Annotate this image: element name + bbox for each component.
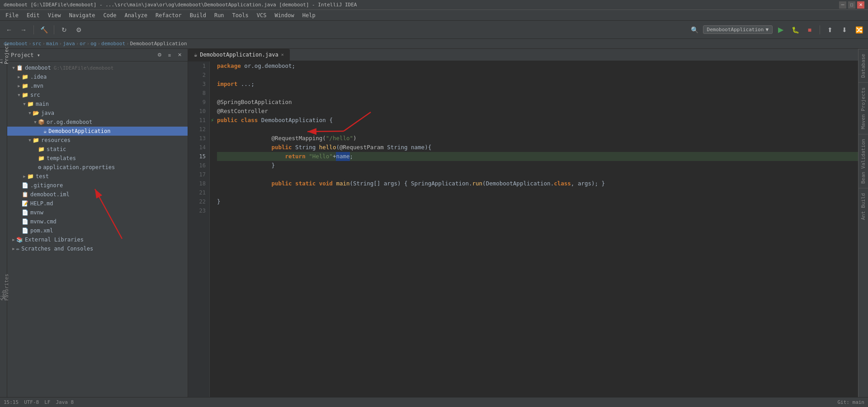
editor-content[interactable]: 1 2 3 8 9 10 11 12 13 14 15 16 17 18 21 … [188, 62, 858, 407]
label-gitignore: .gitignore [30, 182, 63, 189]
panel-gear[interactable]: ⚙ [155, 51, 164, 60]
breadcrumb-or[interactable]: or [80, 41, 85, 47]
stop-button[interactable]: ■ [803, 24, 816, 36]
toolbar-build[interactable]: 🔨 [38, 24, 50, 36]
vertical-right-panel: Database Maven Projects Bean Validation … [858, 49, 868, 407]
toolbar-back[interactable]: ← [3, 24, 15, 36]
title-text: demoboot [G:\IDEAFile\demoboot] - ...\sr… [4, 2, 357, 8]
side-icons: 1: Project 2: Favorites Web [0, 49, 7, 407]
tree-item-scratches[interactable]: ▶ ✏ Scratches and Consoles [7, 244, 188, 253]
tree-item-demoboot[interactable]: ▼ 📋 demoboot G:\IDEAFile\demoboot [7, 63, 188, 72]
vtab-bean[interactable]: Bean Validation [859, 134, 868, 188]
menu-refactor[interactable]: Refactor [152, 11, 185, 19]
vtab-database[interactable]: Database [859, 49, 868, 82]
code-area[interactable]: package or.og.demoboot; import ...; ▶ @S… [210, 62, 858, 407]
label-extlibs: External Libraries [25, 237, 84, 243]
tree-item-templates[interactable]: 📁 templates [7, 154, 188, 163]
debug-button[interactable]: 🐛 [789, 24, 802, 36]
label-pomxml: pom.xml [30, 227, 53, 234]
menu-window[interactable]: Window [271, 11, 297, 19]
menu-tools[interactable]: Tools [229, 11, 252, 19]
status-line-col[interactable]: 15:15 [4, 399, 19, 405]
toolbar-search-everywhere[interactable]: 🔍 [689, 24, 701, 36]
toolbar-vcs[interactable]: ⬆ [824, 24, 836, 36]
label-mvn: .mvn [30, 83, 43, 89]
menu-help[interactable]: Help [299, 11, 319, 19]
tab-label: DemobootApplication.java [200, 52, 278, 58]
minimize-button[interactable]: ─ [839, 1, 846, 9]
side-web[interactable]: Web [0, 291, 7, 298]
side-project[interactable]: 1: Project [0, 51, 7, 57]
code-line-23 [217, 206, 858, 215]
run-button[interactable]: ▶ [774, 24, 787, 36]
toolbar-settings[interactable]: ⚙ [72, 24, 85, 36]
side-favorites[interactable]: 2: Favorites [0, 284, 7, 290]
panel-collapse[interactable]: ≡ [165, 51, 174, 60]
tree-item-appprops[interactable]: ⚙ application.properties [7, 163, 188, 172]
tree-item-pomxml[interactable]: 📄 pom.xml [7, 226, 188, 235]
tree-item-src[interactable]: ▼ 📁 src [7, 90, 188, 99]
menu-run[interactable]: Run [211, 11, 228, 19]
breadcrumb-og[interactable]: og [90, 41, 96, 47]
breadcrumb-main[interactable]: main [46, 41, 58, 47]
code-line-18: ▶ public static void main(String[] args)… [217, 179, 858, 188]
toolbar-forward[interactable]: → [17, 24, 30, 36]
menu-file[interactable]: File [2, 11, 22, 19]
debug-gutter-icon-11[interactable]: ⚡ [211, 116, 214, 125]
menu-vcs[interactable]: VCS [253, 11, 270, 19]
lightbulb-gutter-icon[interactable]: 💡 [210, 152, 210, 161]
toolbar-git[interactable]: 🔀 [853, 24, 865, 36]
icon-package: 📦 [38, 119, 45, 125]
toolbar-pull[interactable]: ⬇ [838, 24, 851, 36]
menu-navigate[interactable]: Navigate [66, 11, 99, 19]
tree-item-gitignore[interactable]: 📄 .gitignore [7, 181, 188, 190]
close-button[interactable]: ✕ [857, 1, 864, 9]
tree-item-idea[interactable]: ▶ 📁 .idea [7, 72, 188, 81]
tree-item-demobootapp[interactable]: ☕ DemobootApplication [7, 127, 188, 136]
code-line-12 [217, 125, 858, 134]
icon-extlibs: 📚 [16, 237, 23, 243]
tab-close[interactable]: ✕ [281, 52, 284, 57]
toolbar-sync[interactable]: ↻ [58, 24, 71, 36]
breadcrumb-demoboot[interactable]: demoboot [101, 41, 125, 47]
menu-code[interactable]: Code [100, 11, 120, 19]
menu-edit[interactable]: Edit [23, 11, 43, 19]
vtab-ant[interactable]: Ant Build [859, 188, 868, 225]
menu-analyze[interactable]: Analyze [121, 11, 151, 19]
tree-item-mvn[interactable]: ▶ 📁 .mvn [7, 81, 188, 90]
tree-item-main[interactable]: ▼ 📁 main [7, 99, 188, 109]
icon-mvn: 📁 [22, 83, 28, 89]
breadcrumb-src[interactable]: src [33, 41, 42, 47]
panel-close[interactable]: ✕ [175, 51, 184, 60]
tree-item-extlibs[interactable]: ▶ 📚 External Libraries [7, 235, 188, 244]
tree-item-helpmd[interactable]: 📝 HELP.md [7, 199, 188, 208]
menu-build[interactable]: Build [186, 11, 210, 19]
tree-item-java[interactable]: ▼ 📂 java [7, 109, 188, 118]
tree-item-mvnw[interactable]: 📄 mvnw [7, 208, 188, 217]
breadcrumb-class[interactable]: DemobootApplication [130, 41, 187, 47]
status-git[interactable]: Git: main [837, 399, 864, 405]
left-panel-header: Project ▾ ⚙ ≡ ✕ [7, 49, 188, 62]
line-num-1: 1 [188, 62, 209, 71]
tree-item-resources[interactable]: ▼ 📁 resources [7, 136, 188, 145]
tree-item-mvnwcmd[interactable]: 📄 mvnw.cmd [7, 217, 188, 226]
menu-view[interactable]: View [44, 11, 65, 19]
tree-item-iml[interactable]: 📋 demoboot.iml [7, 190, 188, 199]
vtab-maven[interactable]: Maven Projects [859, 82, 868, 134]
tree-item-static[interactable]: 📁 static [7, 145, 188, 154]
tree-item-package[interactable]: ▼ 📦 or.og.demoboot [7, 118, 188, 127]
line-num-21: 21 [188, 188, 209, 197]
restore-button[interactable]: □ [848, 1, 855, 9]
tab-java-icon: ☕ [194, 52, 197, 58]
arrow-extlibs: ▶ [11, 237, 16, 242]
status-line-separator[interactable]: LF [44, 399, 50, 405]
tab-demobootapp[interactable]: ☕ DemobootApplication.java ✕ [188, 49, 290, 61]
line-num-13: 13 [188, 134, 209, 143]
status-encoding[interactable]: UTF-8 [24, 399, 39, 405]
run-config[interactable]: DemobootApplication ▼ [703, 25, 773, 34]
label-demoboot: demoboot [25, 65, 51, 71]
status-java[interactable]: Java 8 [56, 399, 74, 405]
tree-item-test[interactable]: ▶ 📁 test [7, 172, 188, 181]
breadcrumb-java[interactable]: java [63, 41, 75, 47]
arrow-src: ▼ [16, 93, 22, 97]
